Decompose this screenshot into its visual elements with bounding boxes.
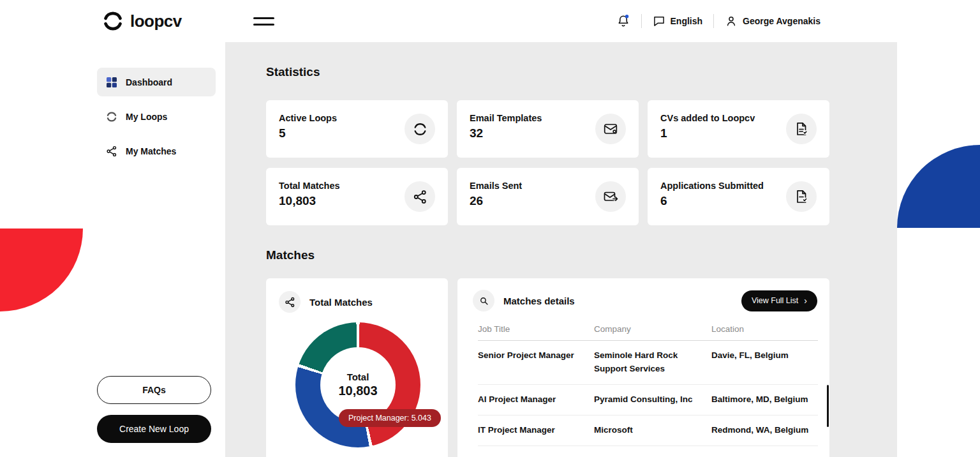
stat-card-emails-sent: Emails Sent 26 bbox=[457, 168, 639, 225]
cell-location: Baltimore, MD, Belgium bbox=[711, 393, 818, 407]
language-label: English bbox=[671, 16, 703, 26]
sidebar-item-label: My Loops bbox=[126, 112, 167, 122]
user-menu[interactable]: George Avgenakis bbox=[725, 15, 820, 27]
stat-card-cvs-added: CVs added to Loopcv 1 bbox=[648, 100, 829, 158]
total-matches-card: Total Matches Total 10,803 Project Manag… bbox=[266, 278, 448, 457]
loop-icon bbox=[106, 111, 117, 123]
application-document-icon bbox=[786, 181, 817, 212]
share-network-icon bbox=[279, 291, 301, 313]
donut-center-label: Total bbox=[347, 371, 369, 382]
main-content: Statistics Active Loops 5 Email Template… bbox=[225, 42, 897, 457]
donut-center-value: 10,803 bbox=[338, 384, 377, 398]
stat-card-active-loops: Active Loops 5 bbox=[266, 100, 448, 158]
cell-company: Seminole Hard Rock Support Services bbox=[594, 349, 711, 376]
view-full-list-label: View Full List bbox=[752, 296, 798, 305]
column-header-job-title: Job Title bbox=[478, 324, 594, 334]
loopcv-logo-icon bbox=[102, 10, 124, 32]
sidebar-item-dashboard[interactable]: Dashboard bbox=[97, 68, 216, 96]
column-header-company: Company bbox=[594, 324, 711, 334]
stat-card-total-matches: Total Matches 10,803 bbox=[266, 168, 448, 225]
dashboard-grid-icon bbox=[106, 77, 117, 88]
table-row[interactable]: AI Project Manager Pyramid Consulting, I… bbox=[478, 385, 818, 416]
sidebar-item-my-loops[interactable]: My Loops bbox=[97, 102, 216, 131]
details-card-title: Matches details bbox=[503, 296, 575, 306]
user-name: George Avgenakis bbox=[743, 16, 820, 26]
stat-card-email-templates: Email Templates 32 bbox=[457, 100, 639, 158]
chat-bubble-icon bbox=[653, 15, 665, 27]
cell-location: Davie, FL, Belgium bbox=[711, 349, 818, 376]
email-sent-icon bbox=[595, 181, 626, 212]
share-network-icon bbox=[405, 181, 435, 212]
topbar-right: English George Avgenakis bbox=[616, 14, 820, 28]
cell-job-title: Senior Project Manager bbox=[478, 349, 594, 376]
language-selector[interactable]: English bbox=[653, 15, 703, 27]
app-window: loopcv English bbox=[83, 0, 897, 457]
scrollbar-thumb[interactable] bbox=[827, 385, 829, 427]
hamburger-menu-icon[interactable] bbox=[253, 17, 274, 26]
chevron-right-icon: › bbox=[804, 296, 807, 305]
donut-card-title: Total Matches bbox=[309, 297, 373, 308]
email-template-icon bbox=[595, 114, 626, 144]
sidebar-item-label: Dashboard bbox=[126, 77, 172, 87]
faqs-button[interactable]: FAQs bbox=[97, 376, 211, 404]
topbar-divider bbox=[641, 14, 642, 28]
sidebar-item-label: My Matches bbox=[126, 146, 176, 156]
stat-card-applications-submitted: Applications Submitted 6 bbox=[648, 168, 829, 225]
topbar-divider bbox=[713, 14, 714, 28]
create-new-loop-button[interactable]: Create New Loop bbox=[97, 415, 211, 443]
matches-table-header: Job Title Company Location bbox=[478, 324, 818, 341]
stats-grid: Active Loops 5 Email Templates 32 bbox=[266, 100, 897, 225]
cell-location: Redmond, WA, Belgium bbox=[711, 424, 818, 437]
column-header-location: Location bbox=[711, 324, 818, 334]
loop-icon bbox=[405, 114, 435, 144]
logo-text: loopcv bbox=[130, 11, 182, 31]
cell-company: Microsoft bbox=[594, 424, 711, 437]
bell-icon bbox=[616, 14, 630, 28]
share-network-icon bbox=[106, 146, 117, 157]
total-matches-donut[interactable]: Total 10,803 bbox=[295, 322, 420, 447]
statistics-title: Statistics bbox=[266, 65, 897, 79]
logo[interactable]: loopcv bbox=[102, 10, 182, 32]
cell-job-title: AI Project Manager bbox=[478, 393, 594, 407]
matches-details-card: Matches details View Full List › Job Tit… bbox=[457, 278, 829, 457]
donut-tooltip: Project Manager: 5.043 bbox=[339, 409, 441, 427]
matches-table: Job Title Company Location Senior Projec… bbox=[478, 324, 818, 446]
matches-grid: Total Matches Total 10,803 Project Manag… bbox=[266, 278, 897, 457]
decorative-blue-quarter-circle bbox=[897, 145, 980, 228]
decorative-red-quarter-circle bbox=[0, 228, 83, 311]
table-row[interactable]: IT Project Manager Microsoft Redmond, WA… bbox=[478, 416, 818, 446]
search-icon bbox=[473, 290, 494, 311]
notifications-button[interactable] bbox=[616, 14, 630, 28]
topbar: loopcv English bbox=[83, 0, 897, 42]
view-full-list-button[interactable]: View Full List › bbox=[741, 290, 817, 311]
sidebar-item-my-matches[interactable]: My Matches bbox=[97, 137, 216, 165]
cv-document-icon bbox=[786, 114, 817, 144]
sidebar: Dashboard My Loops My Ma bbox=[83, 42, 225, 457]
person-icon bbox=[725, 15, 738, 27]
table-row[interactable]: Senior Project Manager Seminole Hard Roc… bbox=[478, 341, 818, 385]
cell-job-title: IT Project Manager bbox=[478, 424, 594, 437]
cell-company: Pyramid Consulting, Inc bbox=[594, 393, 711, 407]
matches-title: Matches bbox=[266, 248, 897, 262]
